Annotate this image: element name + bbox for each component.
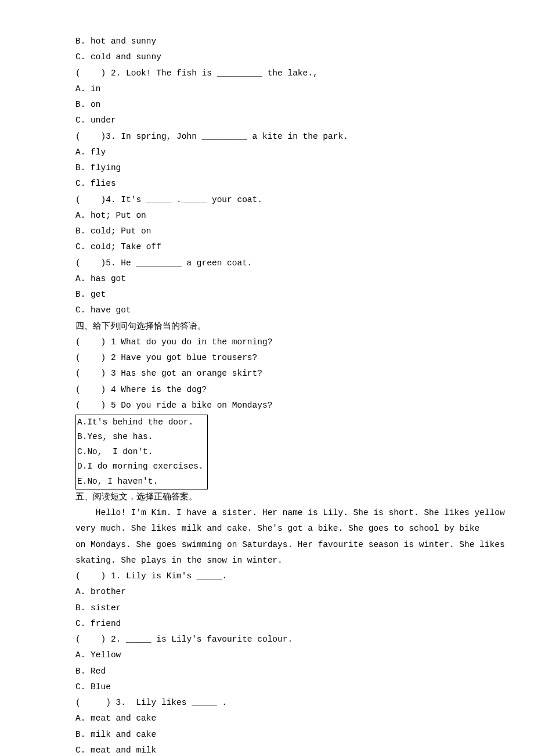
q5-option-c: C. have got <box>75 303 459 318</box>
q4-option-c: C. cold; Take off <box>75 239 459 255</box>
s5-q3-option-b: B. milk and cake <box>75 727 459 743</box>
q2-option-c: C. under <box>75 113 459 128</box>
q3-option-a: A. fly <box>75 145 459 160</box>
s4-q2: ( ) 2 Have you got blue trousers? <box>75 350 459 366</box>
s4-q3: ( ) 3 Has she got an orange skirt? <box>75 366 459 381</box>
q4-option-a: A. hot; Put on <box>75 208 459 224</box>
s5-q1-option-b: B. sister <box>75 600 459 616</box>
s5-q3: ( ) 3. Lily likes _____ . <box>75 695 459 711</box>
q1-option-b: B. hot and sunny <box>75 34 459 49</box>
box-option-e: E.No, I haven't. <box>77 474 204 489</box>
q4-option-b: B. cold; Put on <box>75 224 459 239</box>
s4-q4: ( ) 4 Where is the dog? <box>75 382 459 398</box>
answer-options-box: A.It's behind the door. B.Yes, she has. … <box>75 415 208 489</box>
s5-q3-option-c: C. meat and milk <box>75 743 459 756</box>
section5-title: 五、阅读短文，选择正确答案。 <box>75 489 459 505</box>
box-option-c: C.No, I don't. <box>77 445 204 459</box>
q2-option-b: B. on <box>75 97 459 113</box>
s5-q1: ( ) 1. Lily is Kim's _____. <box>75 568 459 584</box>
s5-q1-option-a: A. brother <box>75 584 459 600</box>
s4-q5: ( ) 5 Do you ride a bike on Mondays? <box>75 398 459 413</box>
box-option-a: A.It's behind the door. <box>77 415 204 430</box>
q5-prompt: ( )5. He _________ a green coat. <box>75 255 459 271</box>
passage-line-4: skating. She plays in the snow in winter… <box>75 553 459 568</box>
passage-line-3: on Mondays. She goes swimming on Saturda… <box>75 537 459 553</box>
worksheet-page: B. hot and sunny C. cold and sunny ( ) 2… <box>0 0 534 756</box>
section4-title: 四、给下列问句选择恰当的答语。 <box>75 319 459 334</box>
q5-option-b: B. get <box>75 287 459 303</box>
q5-option-a: A. has got <box>75 271 459 287</box>
s5-q2-option-c: C. Blue <box>75 679 459 695</box>
box-option-b: B.Yes, she has. <box>77 430 204 444</box>
q4-prompt: ( )4. It's _____ ._____ your coat. <box>75 192 459 208</box>
q3-prompt: ( )3. In spring, John _________ a kite i… <box>75 129 459 145</box>
s5-q2-option-a: A. Yellow <box>75 647 459 663</box>
s5-q2: ( ) 2. _____ is Lily's favourite colour. <box>75 632 459 647</box>
q2-option-a: A. in <box>75 81 459 97</box>
s5-q1-option-c: C. friend <box>75 616 459 632</box>
q2-prompt: ( ) 2. Look! The fish is _________ the l… <box>75 66 459 81</box>
passage-line-1: Hello! I'm Kim. I have a sister. Her nam… <box>75 505 459 521</box>
q3-option-c: C. flies <box>75 176 459 192</box>
s5-q3-option-a: A. meat and cake <box>75 711 459 726</box>
q1-option-c: C. cold and sunny <box>75 49 459 65</box>
box-option-d: D.I do morning exercises. <box>77 459 204 474</box>
passage-line-2: very much. She likes milk and cake. She'… <box>75 521 459 537</box>
q3-option-b: B. flying <box>75 160 459 176</box>
s4-q1: ( ) 1 What do you do in the morning? <box>75 334 459 350</box>
s5-q2-option-b: B. Red <box>75 664 459 679</box>
